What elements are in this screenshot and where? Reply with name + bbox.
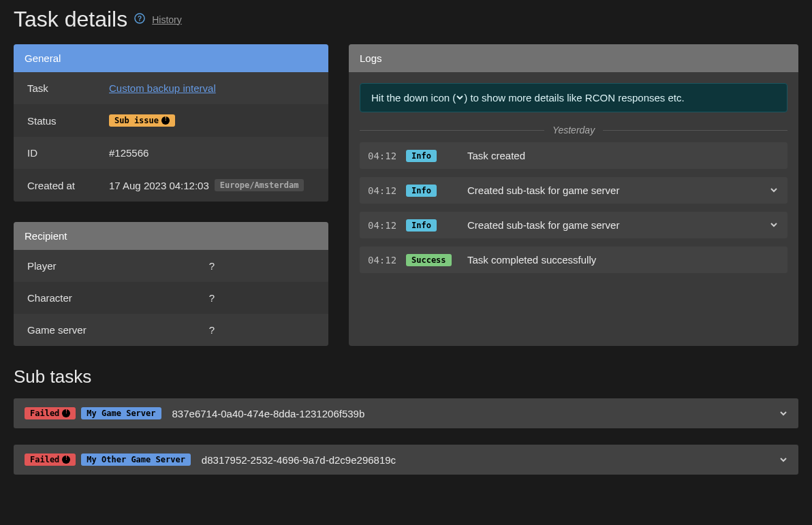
subtask-id: 837e6714-0a40-474e-8dda-1231206f539b bbox=[172, 408, 774, 419]
chevron-down-icon bbox=[456, 93, 464, 101]
error-icon bbox=[62, 456, 70, 464]
created-row: Created at 17 Aug 2023 04:12:03 Europe/A… bbox=[14, 169, 328, 202]
error-icon bbox=[62, 409, 70, 417]
log-time: 04:12 bbox=[368, 150, 396, 161]
log-time: 04:12 bbox=[368, 220, 396, 231]
expand-log-icon[interactable] bbox=[768, 219, 779, 231]
subtask-id: d8317952-2532-4696-9a7d-d2c9e296819c bbox=[202, 454, 774, 466]
log-level-col: Success bbox=[406, 253, 458, 266]
player-label: Player bbox=[27, 260, 109, 272]
id-value: #125566 bbox=[109, 147, 315, 159]
id-row: ID #125566 bbox=[14, 137, 328, 169]
expand-subtask-icon[interactable] bbox=[779, 408, 787, 419]
subtasks-heading: Sub tasks bbox=[14, 366, 798, 387]
id-label: ID bbox=[27, 147, 109, 159]
help-icon[interactable]: ? bbox=[134, 13, 145, 26]
log-message: Task created bbox=[467, 150, 779, 161]
log-date-text: Yesterday bbox=[552, 125, 595, 136]
log-message: Created sub-task for game server bbox=[467, 185, 759, 196]
logs-hint-suffix: ) to show more details like RCON respons… bbox=[464, 92, 684, 104]
status-badge: Sub issue bbox=[109, 114, 175, 127]
log-time: 04:12 bbox=[368, 255, 396, 266]
log-level-col: Info bbox=[406, 184, 458, 197]
status-label: Status bbox=[27, 115, 109, 127]
page-header: Task details ? History bbox=[14, 0, 798, 44]
log-level-col: Info bbox=[406, 149, 458, 162]
log-level-badge: Info bbox=[406, 150, 437, 162]
character-value: ? bbox=[109, 292, 315, 304]
logs-hint: Hit the down icon () to show more detail… bbox=[360, 83, 787, 112]
logs-panel-header: Logs bbox=[349, 44, 798, 72]
subtask-status-badge: Failed bbox=[25, 454, 76, 466]
svg-text:?: ? bbox=[138, 15, 142, 22]
log-row[interactable]: 04:12InfoCreated sub-task for game serve… bbox=[360, 177, 787, 204]
log-level-badge: Success bbox=[406, 254, 452, 266]
log-row: 04:12SuccessTask completed successfully bbox=[360, 246, 787, 273]
task-row: Task Custom backup interval bbox=[14, 72, 328, 104]
log-time: 04:12 bbox=[368, 185, 396, 196]
recipient-panel: Recipient Player ? Character ? Game serv… bbox=[14, 222, 328, 346]
character-row: Character ? bbox=[14, 282, 328, 314]
general-panel-header: General bbox=[14, 44, 328, 72]
general-panel: General Task Custom backup interval Stat… bbox=[14, 44, 328, 202]
status-badge-text: Sub issue bbox=[114, 116, 159, 125]
expand-log-icon[interactable] bbox=[768, 185, 779, 196]
character-label: Character bbox=[27, 292, 109, 304]
gameserver-label: Game server bbox=[27, 324, 109, 336]
log-row: 04:12InfoTask created bbox=[360, 142, 787, 169]
timezone-badge: Europe/Amsterdam bbox=[215, 179, 304, 191]
subtask-server-badge: My Other Game Server bbox=[81, 454, 191, 466]
log-date-separator: Yesterday bbox=[360, 125, 787, 136]
log-row[interactable]: 04:12InfoCreated sub-task for game serve… bbox=[360, 212, 787, 238]
logs-panel: Logs Hit the down icon () to show more d… bbox=[349, 44, 798, 346]
subtask-row[interactable]: Failed My Other Game Serverd8317952-2532… bbox=[14, 445, 798, 475]
gameserver-row: Game server ? bbox=[14, 314, 328, 346]
log-message: Task completed successfully bbox=[467, 254, 779, 266]
created-value: 17 Aug 2023 04:12:03 bbox=[109, 180, 209, 191]
subtask-status-badge: Failed bbox=[25, 407, 76, 419]
expand-subtask-icon[interactable] bbox=[779, 454, 787, 466]
log-level-badge: Info bbox=[406, 219, 437, 232]
page-title: Task details bbox=[14, 7, 127, 32]
gameserver-value: ? bbox=[109, 324, 315, 336]
status-row: Status Sub issue bbox=[14, 104, 328, 137]
player-value: ? bbox=[109, 260, 315, 272]
task-label: Task bbox=[27, 82, 109, 94]
player-row: Player ? bbox=[14, 250, 328, 282]
logs-hint-prefix: Hit the down icon ( bbox=[371, 92, 456, 104]
subtask-server-badge: My Game Server bbox=[81, 407, 161, 419]
task-link[interactable]: Custom backup interval bbox=[109, 82, 216, 94]
log-level-col: Info bbox=[406, 219, 458, 232]
log-level-badge: Info bbox=[406, 185, 437, 197]
created-label: Created at bbox=[27, 180, 109, 191]
recipient-panel-header: Recipient bbox=[14, 222, 328, 250]
history-link[interactable]: History bbox=[152, 14, 182, 25]
subtask-row[interactable]: Failed My Game Server837e6714-0a40-474e-… bbox=[14, 398, 798, 428]
warning-icon bbox=[161, 116, 170, 125]
log-message: Created sub-task for game server bbox=[467, 219, 759, 231]
